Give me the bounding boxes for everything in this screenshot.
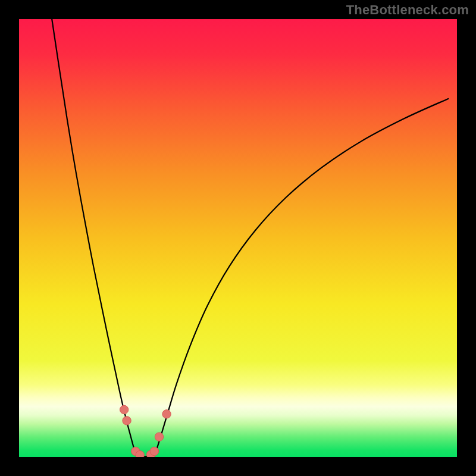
curve-marker (150, 447, 158, 455)
curve-marker (123, 416, 131, 425)
curve-markers (120, 405, 171, 457)
curve-marker (120, 405, 128, 414)
curve-marker (136, 450, 144, 457)
curve-marker (155, 433, 163, 441)
plot-area (19, 19, 457, 457)
curve-marker (162, 410, 171, 418)
curve-right-branch (154, 99, 449, 456)
watermark-text: TheBottleneck.com (346, 2, 469, 18)
curve-left-branch (52, 19, 137, 456)
curve-layer (19, 19, 457, 457)
chart-container: TheBottleneck.com (0, 0, 476, 476)
